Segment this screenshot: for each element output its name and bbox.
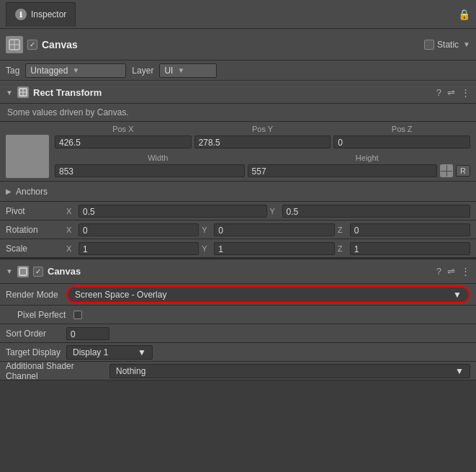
canvas-more-icon[interactable]: ⋮: [461, 266, 470, 277]
rotation-x-label: X: [66, 226, 76, 234]
scale-y-field: Y 1: [202, 242, 334, 255]
height-label: Height: [264, 153, 471, 162]
rotation-y-input[interactable]: 0: [214, 223, 334, 236]
canvas-help-icon[interactable]: ?: [436, 266, 441, 277]
settings-icon[interactable]: ⇌: [447, 87, 455, 98]
r-button[interactable]: R: [456, 165, 470, 177]
tag-dropdown[interactable]: Untagged ▼: [25, 63, 126, 78]
object-icon: [6, 36, 23, 53]
render-mode-value: Screen Space - Overlay: [75, 290, 453, 300]
layer-label: Layer: [132, 66, 153, 76]
title-bar: ℹ Inspector 🔒: [0, 0, 476, 29]
sort-order-input[interactable]: 0: [66, 327, 109, 340]
render-mode-label: Render Mode: [6, 290, 63, 300]
rect-transform-actions: ? ⇌ ⋮: [436, 87, 470, 98]
target-display-dropdown[interactable]: Display 1 ▼: [66, 345, 153, 360]
rotation-x-field: X 0: [66, 223, 199, 236]
transform-grid: Pos X Pos Y Pos Z 426.5 278.5 0 Width He…: [0, 122, 476, 182]
tab-title: Inspector: [31, 9, 66, 19]
scale-x-field: X 1: [66, 242, 199, 255]
rect-transform-arrow[interactable]: ▼: [6, 89, 13, 97]
static-dropdown-arrow[interactable]: ▼: [463, 40, 470, 48]
canvas-active-checkbox[interactable]: [33, 267, 43, 277]
canvas-settings-icon[interactable]: ⇌: [447, 266, 455, 277]
active-checkbox[interactable]: [27, 40, 37, 50]
object-name: Canvas: [42, 39, 420, 50]
rect-transform-icon: [17, 86, 29, 98]
additional-shader-value: Nothing: [116, 366, 145, 376]
additional-shader-dropdown[interactable]: Nothing ▼: [109, 364, 470, 378]
tag-label: Tag: [6, 66, 19, 76]
scale-x-input[interactable]: 1: [78, 242, 199, 255]
scale-row: Scale X 1 Y 1 Z 1: [0, 239, 476, 258]
rotation-row: Rotation X 0 Y 0 Z 0: [0, 221, 476, 239]
sort-order-label: Sort Order: [6, 329, 63, 339]
rect-transform-header: ▼ Rect Transform ? ⇌ ⋮: [0, 81, 476, 104]
rotation-y-field: Y 0: [202, 223, 334, 236]
scale-z-label: Z: [338, 244, 348, 253]
inspector-tab[interactable]: ℹ Inspector: [6, 2, 76, 27]
canvas-section-icon: [17, 266, 29, 277]
pos-z-label: Pos Z: [333, 125, 470, 133]
layer-dropdown[interactable]: UI ▼: [159, 63, 217, 78]
transform-preview: [6, 135, 49, 178]
tag-arrow: ▼: [72, 66, 79, 74]
pixel-perfect-checkbox[interactable]: [73, 311, 82, 319]
height-input[interactable]: 557: [248, 164, 438, 177]
pos-x-label: Pos X: [55, 125, 192, 133]
canvas-section-header: ▼ Canvas ? ⇌ ⋮: [0, 258, 476, 284]
pivot-row: Pivot X 0.5 Y 0.5: [0, 202, 476, 221]
pivot-label: Pivot: [6, 206, 63, 216]
width-input[interactable]: 853: [55, 164, 245, 177]
sort-order-row: Sort Order 0: [0, 324, 476, 343]
anchor-icon[interactable]: [440, 164, 453, 177]
tag-layer-row: Tag Untagged ▼ Layer UI ▼: [0, 61, 476, 81]
scale-z-field: Z 1: [338, 242, 470, 255]
scale-y-input[interactable]: 1: [214, 242, 334, 255]
layer-arrow: ▼: [177, 66, 184, 74]
additional-shader-arrow: ▼: [455, 366, 464, 376]
pivot-x-label: X: [66, 207, 76, 215]
static-group: Static ▼: [424, 40, 470, 50]
transform-fields: 426.5 278.5 0 Width Height 853 557: [55, 135, 470, 177]
pos-y-input[interactable]: 278.5: [194, 135, 331, 148]
more-icon[interactable]: ⋮: [461, 87, 470, 98]
svg-rect-6: [19, 268, 27, 275]
additional-shader-label: Additional Shader Channel: [6, 361, 107, 381]
anchors-label: Anchors: [16, 187, 48, 197]
scale-z-input[interactable]: 1: [350, 242, 470, 255]
pos-row: 426.5 278.5 0: [55, 135, 470, 148]
additional-shader-row: Additional Shader Channel Nothing ▼: [0, 362, 476, 380]
rotation-y-label: Y: [202, 226, 212, 234]
rotation-label: Rotation: [6, 225, 63, 235]
target-display-arrow: ▼: [138, 347, 146, 357]
pixel-perfect-label: Pixel Perfect: [6, 310, 71, 320]
scale-label: Scale: [6, 244, 63, 254]
pivot-x-input[interactable]: 0.5: [78, 205, 267, 218]
wh-row: 853 557 R: [55, 164, 470, 177]
pos-z-input[interactable]: 0: [333, 135, 470, 148]
rotation-z-input[interactable]: 0: [350, 223, 470, 236]
width-label: Width: [55, 153, 261, 162]
lock-icon[interactable]: 🔒: [458, 9, 470, 20]
pos-x-input[interactable]: 426.5: [55, 135, 192, 148]
pivot-y-input[interactable]: 0.5: [282, 205, 471, 218]
static-checkbox[interactable]: [424, 40, 434, 50]
pivot-y-field: Y 0.5: [270, 205, 471, 218]
pos-y-label: Pos Y: [194, 125, 331, 133]
help-icon[interactable]: ?: [436, 87, 441, 98]
scale-y-label: Y: [202, 244, 212, 253]
render-mode-dropdown[interactable]: Screen Space - Overlay ▼: [66, 286, 470, 303]
pivot-x-field: X 0.5: [66, 205, 267, 218]
canvas-section-arrow[interactable]: ▼: [6, 267, 13, 275]
target-display-row: Target Display Display 1 ▼: [0, 343, 476, 362]
canvas-section-actions: ? ⇌ ⋮: [436, 266, 470, 277]
anchors-arrow[interactable]: ▶: [6, 187, 12, 195]
rotation-z-field: Z 0: [338, 223, 470, 236]
static-label: Static: [437, 40, 459, 50]
info-icon: ℹ: [15, 9, 27, 20]
rotation-x-input[interactable]: 0: [78, 223, 199, 236]
pivot-y-label: Y: [270, 207, 280, 215]
canvas-section-title: Canvas: [48, 266, 432, 277]
scale-x-label: X: [66, 244, 76, 253]
